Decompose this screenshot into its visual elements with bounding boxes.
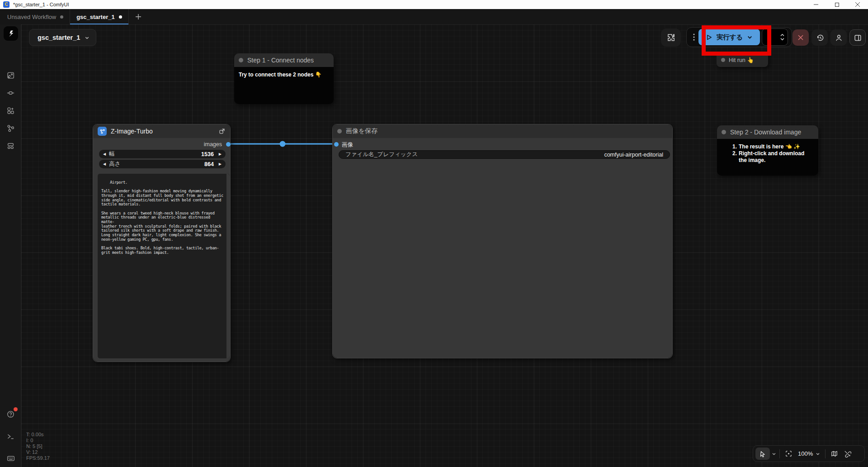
- width-stepper[interactable]: ◀ 幅 1536 ▶: [99, 150, 226, 158]
- new-tab-button[interactable]: [129, 9, 148, 24]
- window-title: *gsc_starter_1 - ComfyUI: [13, 2, 69, 7]
- divider: [825, 449, 826, 458]
- comfyui-logo-icon: [6, 29, 15, 38]
- node-header[interactable]: Step 2 - Download image: [717, 125, 818, 139]
- notification-dot: [14, 407, 18, 411]
- chevron-down-icon: [816, 452, 820, 456]
- note-text: The result is here 👈 ✨: [739, 143, 800, 150]
- collapse-dot[interactable]: [239, 58, 243, 62]
- stat-version: V: 12: [26, 449, 50, 455]
- node-step2-note[interactable]: Step 2 - Download image 1. The result is…: [717, 125, 818, 176]
- workflow-tabbar: Unsaved Workflow gsc_starter_1: [0, 9, 868, 24]
- node-title: Step 1 - Connect nodes: [247, 57, 314, 64]
- canvas-control-bar: 100%: [753, 445, 865, 462]
- field-label: ファイル名_プレフィックス: [345, 151, 418, 158]
- terminal-icon: [6, 432, 15, 441]
- collapse-dot[interactable]: [722, 130, 726, 134]
- images-output-port[interactable]: [226, 142, 231, 147]
- zoom-level-value: 100%: [798, 450, 813, 457]
- node-header[interactable]: Step 1 - Connect nodes: [234, 53, 334, 67]
- increment-arrow-icon[interactable]: ▶: [219, 162, 222, 166]
- toggle-link-visibility-button[interactable]: [842, 448, 853, 460]
- templates-grid-icon: [6, 106, 15, 115]
- filename-prefix-field[interactable]: ファイル名_プレフィックス comfyui-airport-editorial: [339, 150, 670, 159]
- link-slash-icon: [844, 450, 851, 457]
- increment-arrow-icon[interactable]: ▶: [219, 152, 222, 156]
- list-number: 2.: [732, 150, 737, 164]
- prompt-textarea[interactable]: Airport. Tall, slender high-fashion mode…: [98, 174, 230, 358]
- sidebar-shortcuts-button[interactable]: [5, 453, 16, 464]
- comfyui-favicon-icon: C: [3, 1, 9, 8]
- node-z-image-turbo[interactable]: Z-Image-Turbo images ◀ 幅 1536 ▶ ◀ 高さ 864…: [93, 124, 231, 362]
- node-step1-note[interactable]: Step 1 - Connect nodes Try to connect th…: [234, 53, 334, 104]
- collapse-dot[interactable]: [337, 129, 342, 133]
- chevron-down-icon: [780, 38, 785, 41]
- height-stepper[interactable]: ◀ 高さ 864 ▶: [99, 160, 226, 168]
- chevron-down-icon: [85, 35, 90, 40]
- expand-subgraph-icon[interactable]: [218, 128, 226, 135]
- note-text: Right-click and download the image.: [739, 150, 814, 164]
- widget-value: 864: [204, 161, 216, 167]
- close-x-icon: [797, 34, 804, 41]
- divider: [779, 449, 780, 458]
- note-body: Try to connect these 2 nodes 👇: [234, 67, 334, 104]
- sidebar-panel-icon: [854, 33, 862, 42]
- workflow-name: gsc_starter_1: [38, 34, 80, 41]
- sidebar-templates-button[interactable]: [5, 105, 16, 116]
- tab-label: gsc_starter_1: [76, 14, 115, 20]
- textarea-scrollbar[interactable]: [226, 174, 230, 358]
- sidebar-help-button[interactable]: [5, 409, 16, 420]
- stepper-arrows[interactable]: [780, 33, 785, 41]
- collapse-dot[interactable]: [721, 58, 725, 62]
- sidebar-assets-button[interactable]: [5, 70, 16, 81]
- node-header[interactable]: 画像を保存: [333, 124, 672, 138]
- node-link-icon: [6, 89, 15, 97]
- graph-nodes-icon: [6, 124, 15, 133]
- history-button[interactable]: [811, 29, 828, 46]
- window-controls: [806, 0, 868, 9]
- workflow-name-dropdown[interactable]: gsc_starter_1: [29, 29, 96, 46]
- comfyui-logo-button[interactable]: [4, 26, 18, 41]
- decrement-arrow-icon[interactable]: ◀: [103, 162, 106, 166]
- sidebar-workflows-button[interactable]: [5, 123, 16, 134]
- tool-chevron-down-icon[interactable]: [772, 452, 776, 456]
- node-title: Z-Image-Turbo: [111, 128, 153, 135]
- stat-fps: FPS:59.17: [26, 455, 50, 461]
- chevron-up-icon: [780, 33, 785, 37]
- note-body: 1. The result is here 👈 ✨ 2. Right-click…: [717, 139, 818, 176]
- maximize-button[interactable]: [826, 0, 847, 9]
- zoom-level-dropdown[interactable]: 100%: [796, 448, 822, 460]
- stat-time: T: 0.00s: [26, 432, 50, 438]
- decrement-arrow-icon[interactable]: ◀: [103, 152, 106, 156]
- cancel-run-button[interactable]: [793, 29, 809, 46]
- puzzle-icon: [666, 33, 675, 42]
- minimap-toggle-button[interactable]: [829, 448, 840, 460]
- select-tool-button[interactable]: [755, 448, 770, 460]
- manager-button[interactable]: [661, 29, 681, 47]
- node-title: Step 2 - Download image: [730, 129, 801, 136]
- unsaved-indicator-dot: [119, 15, 122, 19]
- run-options-kebab-icon[interactable]: [689, 33, 698, 41]
- note-text: Try to connect these 2 nodes 👇: [239, 71, 322, 78]
- layout-panels-icon: [6, 142, 15, 150]
- focus-frame-icon: [785, 450, 793, 457]
- tab-gsc-starter-1[interactable]: gsc_starter_1: [70, 9, 129, 24]
- prompt-text: Airport. Tall, slender high-fashion mode…: [101, 180, 223, 255]
- active-tab-underline: [70, 24, 128, 24]
- sidebar-nodes-button[interactable]: [5, 87, 16, 99]
- tab-unsaved-workflow[interactable]: Unsaved Workflow: [0, 9, 70, 24]
- minimize-button[interactable]: [806, 0, 826, 9]
- stat-iterations: I: 0: [26, 438, 50, 443]
- node-save-image[interactable]: 画像を保存 画像 ファイル名_プレフィックス comfyui-airport-e…: [332, 124, 673, 358]
- sidebar-queue-button[interactable]: [5, 140, 16, 152]
- window-titlebar: C *gsc_starter_1 - ComfyUI: [0, 0, 868, 9]
- image-input-port[interactable]: [334, 142, 339, 147]
- fit-view-button[interactable]: [783, 448, 794, 460]
- node-header[interactable]: Z-Image-Turbo: [93, 124, 230, 138]
- account-button[interactable]: [830, 29, 847, 46]
- history-clock-icon: [816, 33, 824, 42]
- close-button[interactable]: [847, 0, 868, 9]
- sidebar-terminal-button[interactable]: [5, 431, 16, 442]
- panel-toggle-button[interactable]: [849, 29, 866, 46]
- cursor-arrow-icon: [759, 450, 766, 457]
